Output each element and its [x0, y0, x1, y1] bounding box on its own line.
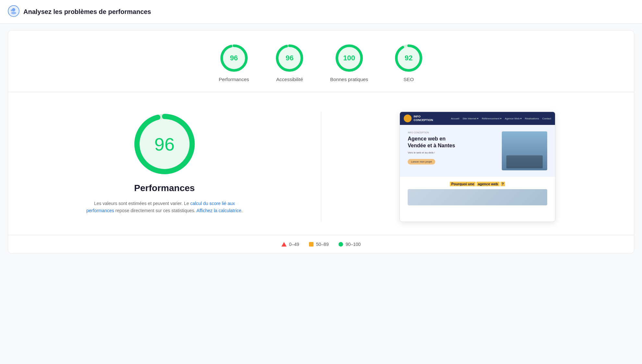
preview-image — [502, 131, 547, 170]
preview-nav-bar: INFO CONCEPTION Accueil Site Internet ▾ … — [400, 112, 555, 125]
preview-nav-item: Contact — [542, 117, 551, 120]
preview-nav-item: Agence Web ▾ — [505, 117, 522, 120]
description-text: Les valeurs sont estimées et peuvent var… — [83, 200, 246, 214]
main-card: 96 Performances 96 Accessibilité 100 Bon… — [8, 30, 634, 254]
score-value: 92 — [405, 54, 413, 62]
main-score-label: Performances — [134, 183, 195, 193]
score-label: Bonnes pratiques — [330, 77, 368, 82]
preview-cta: Lancer mon projet — [408, 159, 435, 164]
score-circle: 96 — [275, 43, 304, 73]
preview-bottom: Pourquoi une agence web ? — [400, 177, 555, 211]
preview-logo-text: INFO CONCEPTION — [414, 115, 433, 122]
preview-body: INFO CONCEPTION Agence web en Vendée et … — [400, 125, 555, 177]
main-content: 96 Performances Les valeurs sont estimée… — [8, 92, 634, 235]
website-preview: INFO CONCEPTION Accueil Site Internet ▾ … — [400, 112, 555, 222]
preview-logo-icon — [404, 115, 412, 122]
preview-heading: Agence web en Vendée et à Nantes — [408, 136, 495, 149]
vertical-divider — [321, 112, 321, 222]
large-score-value: 96 — [154, 134, 175, 155]
calculator-link[interactable]: Affichez la calculatrice — [196, 208, 241, 213]
legend-item-mid: 50–89 — [309, 242, 329, 247]
preview-nav: Accueil Site Internet ▾ Référencement ▾ … — [451, 117, 551, 120]
score-value: 96 — [286, 54, 293, 62]
score-circle: 100 — [335, 43, 364, 73]
page-title: Analysez les problèmes de performances — [23, 8, 151, 16]
preview-bottom-image — [408, 189, 547, 205]
score-label: SEO — [403, 77, 414, 82]
scores-row: 96 Performances 96 Accessibilité 100 Bon… — [8, 30, 634, 92]
score-item: 92 SEO — [394, 43, 423, 82]
preview-nav-item: Réalisations — [525, 117, 539, 120]
legend-range-low: 0–49 — [289, 242, 299, 247]
large-score-circle: 96 — [132, 112, 197, 176]
legend-item-high: 90–100 — [339, 242, 361, 247]
right-panel: INFO CONCEPTION Accueil Site Internet ▾ … — [334, 112, 621, 222]
score-item: 100 Bonnes pratiques — [330, 43, 368, 82]
legend-triangle-icon — [281, 242, 287, 247]
score-circle: 96 — [219, 43, 249, 73]
score-circle: 92 — [394, 43, 423, 73]
left-panel: 96 Performances Les valeurs sont estimée… — [21, 112, 308, 222]
preview-nav-item: Accueil — [451, 117, 459, 120]
preview-text-area: INFO CONCEPTION Agence web en Vendée et … — [408, 131, 495, 164]
score-value: 96 — [230, 54, 238, 62]
score-item: 96 Performances — [219, 43, 249, 82]
legend-range-mid: 50–89 — [316, 242, 329, 247]
preview-image-inner — [502, 131, 547, 170]
preview-nav-item: Site Internet ▾ — [463, 117, 478, 120]
preview-logo: INFO CONCEPTION — [404, 115, 433, 122]
preview-sub-label: INFO CONCEPTION — [408, 131, 495, 134]
legend-range-high: 90–100 — [346, 242, 361, 247]
score-value: 100 — [343, 54, 355, 62]
svg-point-2 — [11, 12, 16, 14]
preview-nav-item: Référencement ▾ — [482, 117, 501, 120]
legend-item-low: 0–49 — [281, 242, 299, 247]
preview-sub: Vers le web et au-delà ! — [408, 151, 495, 154]
score-item: 96 Accessibilité — [275, 43, 304, 82]
legend: 0–49 50–89 90–100 — [8, 235, 634, 253]
legend-circle-icon — [339, 242, 343, 247]
lighthouse-icon — [8, 5, 19, 18]
preview-people — [506, 155, 543, 168]
page-header: Analysez les problèmes de performances — [0, 0, 642, 24]
legend-square-icon — [309, 242, 314, 247]
svg-point-3 — [11, 9, 13, 11]
preview-bottom-heading: Pourquoi une agence web ? — [408, 182, 547, 186]
score-label: Accessibilité — [276, 77, 303, 82]
score-label: Performances — [219, 77, 249, 82]
